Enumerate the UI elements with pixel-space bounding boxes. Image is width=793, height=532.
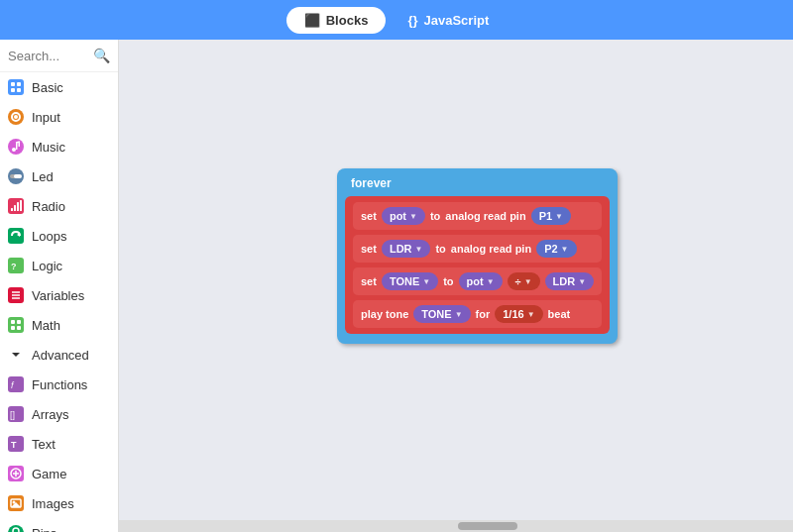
svg-rect-0 bbox=[11, 82, 15, 86]
js-icon: {} bbox=[407, 13, 417, 28]
variables-label: Variables bbox=[32, 288, 84, 303]
text-icon: T bbox=[8, 436, 24, 452]
block-workspace: forever set pot to analog read pin P1 se… bbox=[337, 168, 618, 344]
images-label: Images bbox=[32, 496, 74, 511]
canvas-area[interactable]: forever set pot to analog read pin P1 se… bbox=[119, 40, 793, 532]
analog-read-pin-text-2: analog read pin bbox=[451, 243, 531, 255]
sidebar-item-math[interactable]: Math bbox=[0, 310, 118, 340]
tab-blocks[interactable]: ⬛ Blocks bbox=[286, 7, 387, 34]
sidebar-item-arrays[interactable]: [] Arrays bbox=[0, 399, 118, 429]
play-tone-text: play tone bbox=[361, 308, 408, 320]
sidebar-item-variables[interactable]: Variables bbox=[0, 280, 118, 310]
svg-rect-11 bbox=[14, 174, 22, 178]
ldr-pill-3[interactable]: LDR bbox=[545, 272, 595, 290]
set-text-2: set bbox=[361, 243, 377, 255]
pins-label: Pins bbox=[32, 526, 57, 533]
svg-rect-2 bbox=[11, 88, 15, 92]
music-icon bbox=[8, 139, 24, 155]
blocks-label: Blocks bbox=[326, 13, 369, 28]
scroll-thumb[interactable] bbox=[458, 522, 517, 530]
pot-pill[interactable]: pot bbox=[382, 207, 425, 225]
forever-block[interactable]: forever set pot to analog read pin P1 se… bbox=[337, 168, 618, 344]
sidebar-item-images[interactable]: Images bbox=[0, 488, 118, 518]
bottom-scrollbar[interactable] bbox=[119, 520, 793, 532]
sidebar: 🔍 Basic Input Music bbox=[0, 40, 119, 532]
variables-icon bbox=[8, 287, 24, 303]
led-icon bbox=[8, 168, 24, 184]
basic-label: Basic bbox=[32, 80, 63, 95]
svg-rect-15 bbox=[20, 200, 22, 211]
beat-text: beat bbox=[548, 308, 571, 320]
sidebar-item-radio[interactable]: Radio bbox=[0, 191, 118, 221]
sidebar-item-game[interactable]: Game bbox=[0, 459, 118, 488]
svg-rect-23 bbox=[11, 326, 15, 330]
sidebar-item-music[interactable]: Music bbox=[0, 132, 118, 161]
sidebar-item-input[interactable]: Input bbox=[0, 102, 118, 132]
sidebar-item-led[interactable]: Led bbox=[0, 161, 118, 191]
svg-text:T: T bbox=[11, 440, 17, 450]
sidebar-item-text[interactable]: T Text bbox=[0, 429, 118, 459]
svg-rect-9 bbox=[19, 142, 21, 147]
images-icon bbox=[8, 495, 24, 511]
input-label: Input bbox=[32, 110, 60, 125]
search-box: 🔍 bbox=[0, 40, 118, 72]
svg-rect-22 bbox=[17, 320, 21, 324]
sidebar-item-loops[interactable]: Loops bbox=[0, 221, 118, 251]
set-text-3: set bbox=[361, 275, 377, 287]
loops-label: Loops bbox=[32, 229, 66, 244]
block-row-3[interactable]: set TONE to pot ÷ LDR bbox=[353, 267, 602, 295]
set-text-1: set bbox=[361, 210, 377, 222]
svg-text:f: f bbox=[11, 380, 15, 390]
svg-point-5 bbox=[14, 115, 18, 119]
p1-pill[interactable]: P1 bbox=[531, 207, 571, 225]
sidebar-list: Basic Input Music Led bbox=[0, 72, 118, 532]
arrays-icon: [] bbox=[8, 406, 24, 422]
pot-pill-3[interactable]: pot bbox=[459, 272, 503, 290]
sidebar-item-logic[interactable]: ? Logic bbox=[0, 251, 118, 280]
ldr-pill[interactable]: LDR bbox=[382, 240, 431, 258]
svg-text:[]: [] bbox=[10, 410, 15, 420]
beat-fraction-pill[interactable]: 1/16 bbox=[495, 305, 542, 323]
svg-rect-12 bbox=[11, 208, 13, 211]
math-icon bbox=[8, 317, 24, 333]
search-icon[interactable]: 🔍 bbox=[93, 48, 110, 63]
blocks-icon: ⬛ bbox=[304, 13, 320, 28]
game-label: Game bbox=[32, 467, 66, 481]
block-row-2[interactable]: set LDR to analog read pin P2 bbox=[353, 235, 602, 263]
music-label: Music bbox=[32, 140, 65, 155]
basic-icon bbox=[8, 79, 24, 95]
sidebar-item-advanced[interactable]: Advanced bbox=[0, 340, 118, 370]
sidebar-item-basic[interactable]: Basic bbox=[0, 72, 118, 102]
p2-pill[interactable]: P2 bbox=[536, 240, 576, 258]
main-layout: 🔍 Basic Input Music bbox=[0, 40, 793, 532]
tone-pill-play[interactable]: TONE bbox=[413, 305, 470, 323]
tone-pill-set[interactable]: TONE bbox=[382, 272, 438, 290]
block-row-1[interactable]: set pot to analog read pin P1 bbox=[353, 202, 602, 230]
tab-javascript[interactable]: {} JavaScript bbox=[390, 7, 507, 34]
sidebar-item-pins[interactable]: Pins bbox=[0, 518, 118, 532]
analog-read-pin-text-1: analog read pin bbox=[445, 210, 525, 222]
forever-label: forever bbox=[345, 174, 610, 192]
svg-rect-14 bbox=[17, 202, 19, 211]
for-text: for bbox=[476, 308, 491, 320]
header: ⬛ Blocks {} JavaScript bbox=[0, 0, 793, 40]
radio-icon bbox=[8, 198, 24, 214]
to-text-3: to bbox=[443, 275, 453, 287]
svg-rect-13 bbox=[14, 205, 16, 211]
text-label: Text bbox=[32, 437, 56, 452]
divide-pill[interactable]: ÷ bbox=[508, 272, 540, 290]
search-input[interactable] bbox=[8, 49, 87, 63]
loops-icon bbox=[8, 228, 24, 244]
sidebar-item-functions[interactable]: f Functions bbox=[0, 370, 118, 399]
svg-rect-24 bbox=[17, 326, 21, 330]
inner-blocks: set pot to analog read pin P1 set LDR to… bbox=[345, 196, 610, 334]
advanced-label: Advanced bbox=[32, 348, 89, 363]
input-icon bbox=[8, 109, 24, 125]
block-row-4[interactable]: play tone TONE for 1/16 beat bbox=[353, 300, 602, 328]
svg-rect-21 bbox=[11, 320, 15, 324]
advanced-icon bbox=[8, 347, 24, 363]
logic-icon: ? bbox=[8, 258, 24, 273]
svg-point-35 bbox=[13, 528, 19, 532]
to-text-1: to bbox=[430, 210, 440, 222]
svg-rect-3 bbox=[17, 88, 21, 92]
